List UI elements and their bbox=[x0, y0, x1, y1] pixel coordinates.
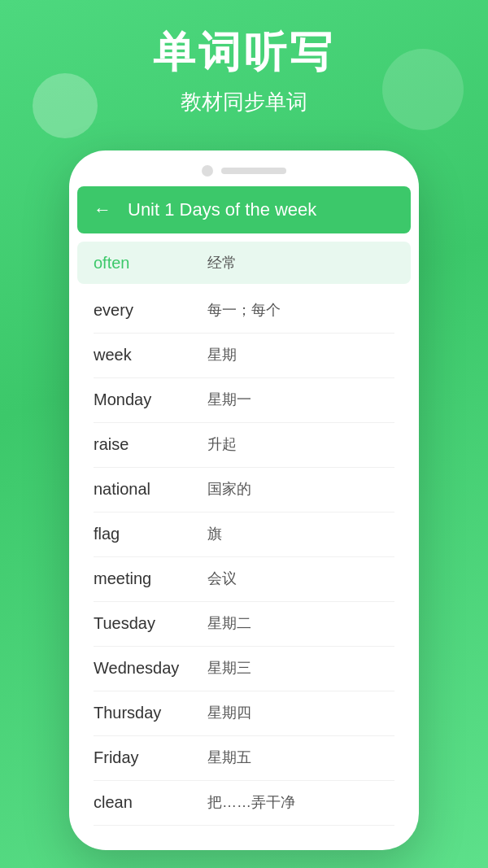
back-button[interactable]: ← bbox=[94, 199, 111, 220]
word-english: flag bbox=[94, 525, 199, 543]
word-chinese: 旗 bbox=[207, 524, 222, 543]
list-item[interactable]: Thursday星期四 bbox=[77, 691, 411, 734]
list-item[interactable]: Saturday星期六 bbox=[77, 826, 411, 835]
list-item[interactable]: Wednesday星期三 bbox=[77, 647, 411, 689]
word-chinese: 每一；每个 bbox=[207, 300, 281, 320]
word-chinese: 升起 bbox=[207, 434, 237, 454]
word-english: Friday bbox=[94, 748, 199, 767]
unit-header: ← Unit 1 Days of the week bbox=[77, 186, 411, 233]
unit-title: Unit 1 Days of the week bbox=[128, 199, 316, 220]
word-chinese: 把……弄干净 bbox=[207, 792, 295, 812]
phone-camera bbox=[202, 165, 213, 177]
word-chinese: 星期二 bbox=[207, 613, 251, 633]
list-item[interactable]: Friday星期五 bbox=[77, 736, 411, 779]
list-item[interactable]: flag旗 bbox=[77, 513, 411, 555]
word-english: week bbox=[94, 346, 199, 364]
word-chinese: 星期 bbox=[207, 345, 237, 364]
app-title: 单词听写 bbox=[0, 24, 488, 81]
word-english: Monday bbox=[94, 390, 199, 409]
list-item[interactable]: raise升起 bbox=[77, 423, 411, 465]
word-english: Wednesday bbox=[94, 659, 199, 678]
phone-speaker bbox=[221, 168, 286, 174]
word-english: raise bbox=[94, 435, 199, 454]
list-item[interactable]: week星期 bbox=[77, 334, 411, 376]
word-chinese: 会议 bbox=[207, 569, 237, 588]
word-chinese: 国家的 bbox=[207, 479, 251, 499]
list-item[interactable]: Tuesday星期二 bbox=[77, 602, 411, 644]
word-english: clean bbox=[94, 793, 199, 812]
word-chinese: 星期四 bbox=[207, 703, 251, 722]
word-english: Tuesday bbox=[94, 614, 199, 633]
list-item[interactable]: every每一；每个 bbox=[77, 289, 411, 331]
word-chinese: 星期一 bbox=[207, 390, 251, 409]
phone-frame: ← Unit 1 Days of the week often经常every每一… bbox=[69, 150, 419, 850]
word-english: Thursday bbox=[94, 704, 199, 722]
word-english: meeting bbox=[94, 569, 199, 588]
list-item[interactable]: meeting会议 bbox=[77, 557, 411, 600]
list-item[interactable]: often经常 bbox=[77, 242, 411, 284]
word-list: often经常every每一；每个week星期Monday星期一raise升起n… bbox=[69, 233, 419, 835]
word-chinese: 经常 bbox=[207, 253, 237, 273]
word-chinese: 星期三 bbox=[207, 658, 251, 678]
list-item[interactable]: clean把……弄干净 bbox=[77, 781, 411, 823]
word-chinese: 星期五 bbox=[207, 748, 251, 767]
word-english: every bbox=[94, 301, 199, 320]
header-text: 单词听写 教材同步单词 bbox=[0, 24, 488, 116]
list-item[interactable]: Monday星期一 bbox=[77, 378, 411, 421]
word-english: often bbox=[94, 254, 199, 273]
list-item[interactable]: national国家的 bbox=[77, 468, 411, 510]
app-subtitle: 教材同步单词 bbox=[0, 88, 488, 116]
word-english: national bbox=[94, 480, 199, 499]
phone-notch bbox=[69, 150, 419, 186]
